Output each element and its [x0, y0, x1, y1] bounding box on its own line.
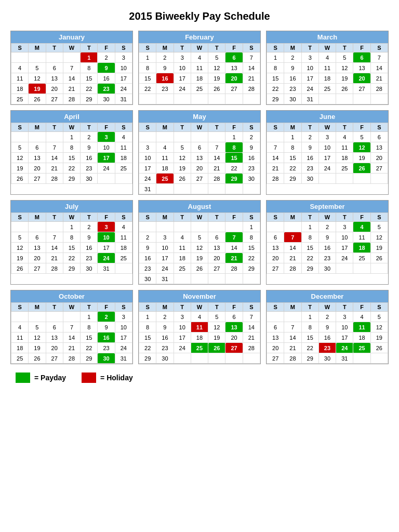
month-january: January SMTWTFS 123 45678910 11121314151…: [10, 31, 133, 105]
month-header-november: November: [139, 290, 260, 302]
payday-color-box: [16, 373, 30, 383]
month-june: June SMTWTFS 123456 78910111213 14151617…: [266, 110, 389, 195]
month-header-may: May: [139, 111, 260, 123]
month-august: August SMTWTFS 1 2345678 9101112131415 1…: [138, 200, 261, 285]
month-header-october: October: [11, 290, 132, 302]
month-april: April SMTWTFS 1234 567891011 12131415161…: [10, 110, 133, 195]
month-header-january: January: [11, 31, 132, 43]
month-february: February SMTWTFS 1234567 891011121314 15…: [138, 31, 261, 105]
holiday-label: = Holiday: [100, 374, 133, 382]
month-september: September SMTWTFS 12345 6789101112 13141…: [266, 200, 389, 285]
payday-label: = Payday: [34, 374, 66, 382]
holiday-color-box: [82, 373, 96, 383]
legend-payday: = Payday: [16, 373, 66, 383]
month-header-december: December: [267, 290, 388, 302]
page-title: 2015 Biweekly Pay Schedule: [10, 10, 389, 22]
month-july: July SMTWTFS 1234 567891011 121314151617…: [10, 200, 133, 285]
month-may: May SMTWTFS 12 3456789 10111213141516 17…: [138, 110, 261, 195]
month-march: March SMTWTFS 1234567 891011121314 15161…: [266, 31, 389, 105]
month-november: November SMTWTFS 1234567 891011121314 15…: [138, 290, 261, 364]
calendars-grid: January SMTWTFS 123 45678910 11121314151…: [10, 31, 389, 364]
month-header-june: June: [267, 111, 388, 123]
month-header-february: February: [139, 31, 260, 43]
month-header-march: March: [267, 31, 388, 43]
legend-holiday: = Holiday: [82, 373, 133, 383]
month-header-september: September: [267, 201, 388, 212]
month-header-july: July: [11, 201, 132, 212]
month-header-april: April: [11, 111, 132, 123]
legend: = Payday = Holiday: [10, 373, 389, 383]
month-december: December SMTWTFS 12345 6789101112 131415…: [266, 290, 389, 364]
month-header-august: August: [139, 201, 260, 212]
month-october: October SMTWTFS 123 45678910 11121314151…: [10, 290, 133, 364]
